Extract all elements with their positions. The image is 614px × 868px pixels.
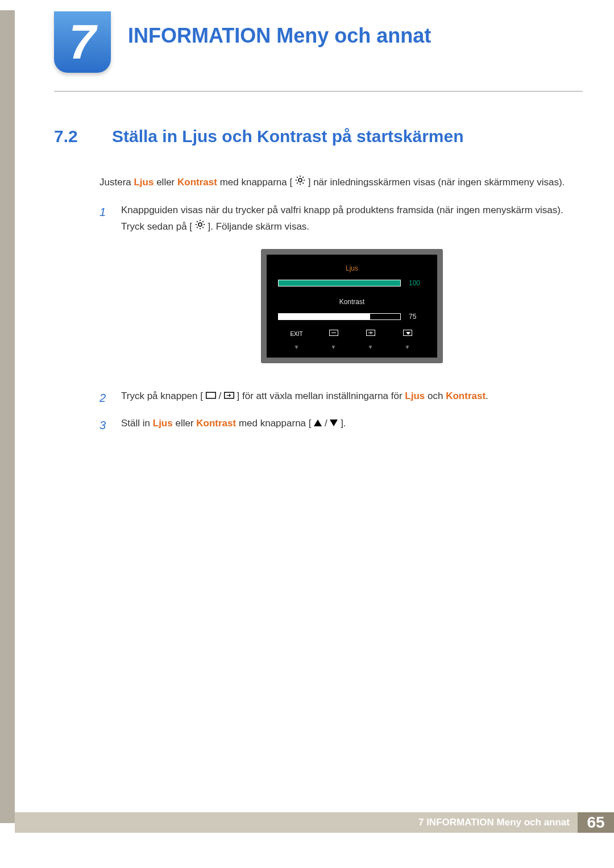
text: med knapparna [ bbox=[236, 418, 311, 429]
text: ] för att växla mellan inställningarna f… bbox=[237, 391, 405, 401]
section-number: 7.2 bbox=[54, 127, 95, 146]
text: med knapparna [ bbox=[217, 177, 292, 188]
svg-point-9 bbox=[198, 223, 202, 226]
svg-line-17 bbox=[202, 221, 204, 222]
chapter-header: 7 INFORMATION Meny och annat bbox=[54, 11, 583, 73]
step-number: 2 bbox=[99, 388, 111, 408]
text: eller bbox=[173, 418, 197, 429]
down-arrow-icon: ▼ bbox=[294, 344, 300, 350]
step-1: 1 Knappguiden visas när du trycker på va… bbox=[99, 202, 583, 380]
osd-exit-button: EXIT ▼ bbox=[278, 329, 315, 352]
text: Tryck på knappen [ bbox=[121, 391, 203, 401]
svg-point-0 bbox=[298, 178, 302, 182]
chapter-title: INFORMATION Meny och annat bbox=[128, 24, 431, 48]
osd-panel: Ljus 100 Kontrast 75 bbox=[267, 255, 437, 358]
osd-brightness-label: Ljus bbox=[278, 263, 426, 274]
header-rule bbox=[54, 91, 583, 92]
osd-contrast-value: 75 bbox=[409, 311, 426, 322]
minus-icon bbox=[329, 330, 338, 336]
osd-contrast-row: 75 bbox=[278, 311, 426, 322]
chapter-number-badge: 7 bbox=[54, 11, 111, 73]
page: 7 INFORMATION Meny och annat 7.2 Ställa … bbox=[0, 0, 614, 868]
osd-contrast-label: Kontrast bbox=[278, 296, 426, 308]
osd-frame: Ljus 100 Kontrast 75 bbox=[261, 249, 443, 363]
body: Justera Ljus eller Kontrast med knapparn… bbox=[54, 175, 583, 435]
step-2: 2 Tryck på knappen [ / ] för att växla m… bbox=[99, 388, 583, 408]
text: Knappguiden visas när du trycker på valf… bbox=[121, 205, 563, 232]
step-text: Knappguiden visas när du trycker på valf… bbox=[121, 202, 583, 380]
step-list: 1 Knappguiden visas när du trycker på va… bbox=[99, 202, 583, 435]
svg-line-5 bbox=[297, 177, 298, 178]
osd-plus-button: ▼ bbox=[352, 329, 389, 352]
text: ] när inledningsskärmen visas (när ingen… bbox=[308, 177, 565, 188]
down-arrow-icon: ▼ bbox=[331, 344, 337, 350]
keyword-ljus: Ljus bbox=[153, 418, 173, 429]
svg-marker-21 bbox=[330, 420, 338, 426]
osd-button-row: EXIT ▼ ▼ ▼ bbox=[278, 329, 426, 352]
osd-contrast-bar bbox=[278, 313, 401, 320]
step-number: 1 bbox=[99, 202, 111, 380]
text: . bbox=[486, 391, 488, 401]
source-icon bbox=[206, 388, 216, 405]
slash: / bbox=[216, 391, 224, 401]
keyword-ljus: Ljus bbox=[134, 177, 154, 188]
osd-brightness-row: 100 bbox=[278, 277, 426, 289]
svg-line-8 bbox=[302, 177, 304, 178]
text: eller bbox=[154, 177, 177, 188]
dropdown-icon bbox=[403, 330, 412, 336]
text: ]. Följande skärm visas. bbox=[208, 221, 310, 232]
brightness-icon bbox=[195, 219, 205, 235]
step-number: 3 bbox=[99, 416, 111, 435]
section-heading: 7.2 Ställa in Ljus och Kontrast på start… bbox=[54, 127, 583, 146]
osd-down-button: ▼ bbox=[389, 329, 426, 352]
section-title: Ställa in Ljus och Kontrast på startskär… bbox=[112, 127, 464, 146]
up-triangle-icon bbox=[314, 416, 322, 432]
svg-marker-20 bbox=[314, 420, 322, 426]
text: och bbox=[425, 391, 446, 401]
keyword-kontrast: Kontrast bbox=[446, 391, 486, 401]
svg-line-15 bbox=[202, 227, 204, 228]
step-text: Ställ in Ljus eller Kontrast med knappar… bbox=[121, 416, 583, 435]
svg-line-14 bbox=[197, 221, 198, 222]
plus-icon bbox=[366, 330, 375, 336]
down-arrow-icon: ▼ bbox=[405, 344, 410, 350]
text: Ställ in bbox=[121, 418, 153, 429]
intro-paragraph: Justera Ljus eller Kontrast med knapparn… bbox=[99, 175, 583, 191]
osd-minus-button: ▼ bbox=[315, 329, 352, 352]
footer-page-number: 65 bbox=[578, 812, 614, 833]
svg-rect-18 bbox=[206, 392, 215, 398]
text: ]. bbox=[341, 418, 346, 429]
svg-line-16 bbox=[197, 227, 198, 228]
text: Justera bbox=[99, 177, 134, 188]
osd-brightness-value: 100 bbox=[409, 277, 426, 289]
svg-line-6 bbox=[302, 182, 304, 184]
osd-screenshot: Ljus 100 Kontrast 75 bbox=[121, 249, 583, 363]
keyword-kontrast: Kontrast bbox=[196, 418, 236, 429]
slash: / bbox=[322, 418, 330, 429]
source-enter-icon bbox=[224, 388, 234, 405]
osd-brightness-bar bbox=[278, 280, 401, 286]
keyword-ljus: Ljus bbox=[405, 391, 425, 401]
footer-bar: 7 INFORMATION Meny och annat 65 bbox=[15, 812, 614, 833]
step-3: 3 Ställ in Ljus eller Kontrast med knapp… bbox=[99, 416, 583, 435]
footer-text: 7 INFORMATION Meny och annat bbox=[418, 817, 578, 828]
step-text: Tryck på knappen [ / ] för att växla mel… bbox=[121, 388, 583, 408]
brightness-icon bbox=[295, 175, 305, 191]
down-triangle-icon bbox=[330, 416, 338, 432]
down-arrow-icon: ▼ bbox=[368, 344, 374, 350]
svg-line-7 bbox=[297, 182, 298, 184]
osd-exit-label: EXIT bbox=[278, 329, 315, 339]
keyword-kontrast: Kontrast bbox=[177, 177, 217, 188]
